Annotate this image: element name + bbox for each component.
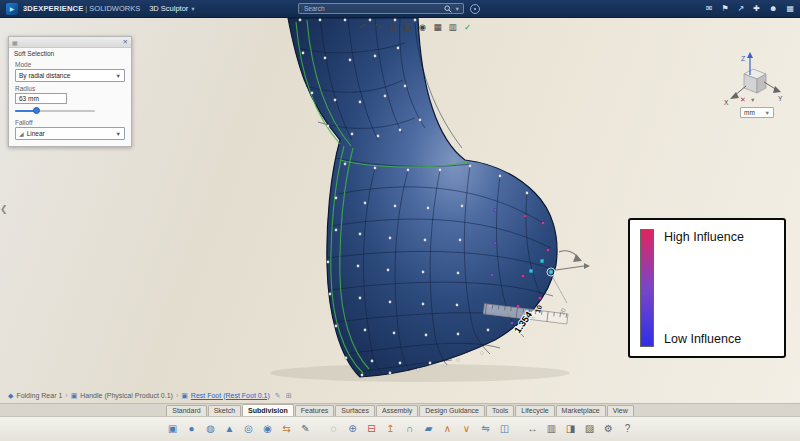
sketch-icon[interactable]: ✎ (297, 421, 314, 438)
viewport-toolbar-icons: ↶↷▤◧◉▦▥✓ (356, 21, 474, 33)
brand-text: 3DEXPERIENCE (23, 4, 83, 13)
accept-icon[interactable]: ✓ (461, 21, 474, 33)
sphere-primitive-icon[interactable]: ● (183, 421, 200, 438)
chevron-down-icon: ▼ (190, 6, 195, 12)
symmetry-icon[interactable]: ◫ (496, 421, 513, 438)
panel-collapse-arrow[interactable]: ❮ (0, 205, 8, 214)
view-settings-icon[interactable]: ▦ (431, 21, 444, 33)
share-icon[interactable]: ↗ (738, 5, 745, 13)
breadcrumb-item[interactable]: Rest Foot (Rest Foot 0.1) (191, 392, 270, 399)
breadcrumb-item[interactable]: Folding Rear 1 (16, 392, 62, 399)
uncrease-edge-icon[interactable]: ∨ (458, 421, 475, 438)
product-text: SOLIDWORKS (89, 4, 140, 13)
panel-title: Soft Selection (9, 48, 131, 57)
crease-edge-icon[interactable]: ∧ (439, 421, 456, 438)
cone-primitive-icon[interactable]: ▲ (221, 421, 238, 438)
measure-icon[interactable]: ↔ (524, 421, 541, 438)
flag-icon[interactable]: ⚑ (721, 5, 728, 13)
apps-grid-icon[interactable]: ▦ (786, 5, 794, 13)
save-icon[interactable]: ▤ (386, 21, 399, 33)
tab-sketch[interactable]: Sketch (208, 405, 241, 416)
edit-icon[interactable]: ✎ (275, 392, 281, 399)
help-icon[interactable]: ? (619, 421, 636, 438)
section-view-icon[interactable]: ▥ (446, 21, 459, 33)
convert-to-subdivision-icon[interactable]: ⇆ (278, 421, 295, 438)
axis-y-label: Y (778, 95, 783, 102)
extrude-face-icon[interactable]: ↥ (382, 421, 399, 438)
breadcrumb-item[interactable]: Handle (Physical Product 0.1) (80, 392, 173, 399)
quadball-primitive-icon[interactable]: ◉ (259, 421, 276, 438)
messages-icon[interactable]: ✉ (706, 5, 713, 13)
view-tools: ✕ ▼ (740, 96, 755, 104)
slider-thumb[interactable] (33, 107, 40, 114)
chevron-down-icon: ▼ (116, 131, 121, 137)
redo-icon[interactable]: ↷ (371, 21, 384, 33)
exit-view-icon[interactable]: ✕ (740, 96, 746, 104)
user-icon[interactable]: ☻ (769, 5, 777, 13)
falloff-dropdown[interactable]: ◢Linear ▼ (15, 127, 125, 140)
mode-label: Mode (15, 61, 125, 68)
insert-loop-icon[interactable]: ⊕ (344, 421, 361, 438)
component-icon: ▣ (181, 392, 188, 399)
move-manipulator[interactable] (556, 251, 590, 270)
zebra-stripes-icon[interactable]: ▨ (581, 421, 598, 438)
tab-surfaces[interactable]: Surfaces (335, 405, 375, 416)
mesh-icon[interactable]: ⊞ (286, 392, 292, 399)
tab-features[interactable]: Features (295, 405, 335, 416)
tab-strip: StandardSketchSubdivisionFeaturesSurface… (0, 403, 800, 416)
box-primitive-icon[interactable]: ▣ (164, 421, 181, 438)
fill-face-icon[interactable]: ▰ (420, 421, 437, 438)
close-icon[interactable]: ✕ (123, 38, 128, 46)
undo-icon[interactable]: ↶ (356, 21, 369, 33)
delete-face-icon[interactable]: ⊟ (363, 421, 380, 438)
add-icon[interactable]: ✚ (753, 5, 760, 13)
mode-dropdown[interactable]: By radial distance ▼ (15, 69, 125, 82)
bridge-faces-icon[interactable]: ∩ (401, 421, 418, 438)
tab-subdivision[interactable]: Subdivision (242, 404, 294, 416)
app-switcher[interactable]: 3D Sculptor ▼ (149, 4, 196, 13)
tab-lifecycle[interactable]: Lifecycle (515, 405, 554, 416)
compass-icon[interactable] (470, 4, 480, 14)
tab-tools[interactable]: Tools (486, 405, 514, 416)
axis-x-label: X (724, 99, 729, 106)
search-box[interactable]: ▼ (298, 3, 464, 14)
legend-gradient (640, 229, 654, 347)
tab-marketplace[interactable]: Marketplace (556, 405, 606, 416)
radius-field[interactable]: 63 mm (15, 93, 67, 104)
section-view-icon[interactable]: ▥ (543, 421, 560, 438)
app-name: 3D Sculptor (149, 4, 188, 13)
units-dropdown[interactable]: mm ▼ (740, 107, 774, 118)
chevron-down-icon[interactable]: ▼ (750, 97, 755, 103)
tab-design-guidance[interactable]: Design Guidance (419, 405, 485, 416)
search-options-chevron-icon[interactable]: ▼ (455, 6, 460, 12)
torus-primitive-icon[interactable]: ◎ (240, 421, 257, 438)
units-value: mm (744, 109, 755, 116)
panel-header[interactable]: ▦ ✕ (9, 37, 131, 48)
hide-show-icon[interactable]: ◉ (416, 21, 429, 33)
axis-z-label: Z (741, 55, 746, 62)
mirror-icon[interactable]: ⇋ (477, 421, 494, 438)
tab-bar: StandardSketchSubdivisionFeaturesSurface… (166, 404, 634, 416)
radius-value: 63 mm (19, 95, 39, 102)
select-loop-icon[interactable]: ◌ (325, 421, 342, 438)
legend-low-label: Low Influence (664, 332, 774, 346)
tab-assembly[interactable]: Assembly (376, 405, 418, 416)
3ds-logo[interactable]: ▶ (6, 3, 18, 15)
tab-standard[interactable]: Standard (166, 405, 206, 416)
display-style-icon[interactable]: ◧ (401, 21, 414, 33)
panel-options-icon[interactable]: ▦ (12, 39, 18, 46)
cylinder-primitive-icon[interactable]: ◍ (202, 421, 219, 438)
titlebar: ▶ 3DEXPERIENCE | SOLIDWORKS 3D Sculptor … (0, 0, 800, 18)
tab-view[interactable]: View (607, 405, 634, 416)
slider-fill (15, 110, 34, 112)
radius-slider[interactable] (15, 107, 95, 116)
radius-label: Radius (15, 85, 125, 92)
bottom-toolbar: ▣●◍▲◎◉⇆✎◌⊕⊟↥∩▰∧∨⇋◫↔▥◨▨⚙? (0, 416, 800, 441)
settings-icon[interactable]: ⚙ (600, 421, 617, 438)
breadcrumb-separator: › (176, 392, 178, 399)
feature-icon: ◆ (8, 392, 13, 399)
brand-divider: | (85, 4, 87, 13)
influence-legend: High Influence Low Influence (628, 218, 786, 358)
display-style-icon[interactable]: ◨ (562, 421, 579, 438)
search-input[interactable] (302, 4, 441, 13)
